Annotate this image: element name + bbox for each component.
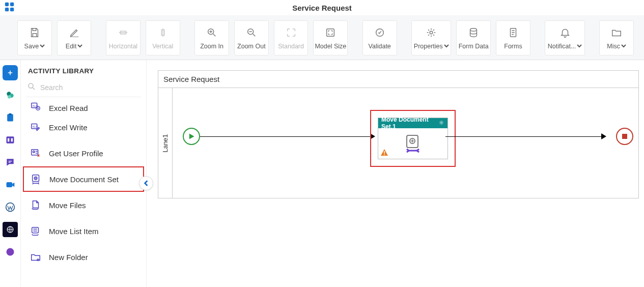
rail-more-icon[interactable] <box>3 244 18 260</box>
title-bar: Service Request <box>0 0 644 15</box>
collapse-library-button[interactable] <box>139 176 153 190</box>
rail-add-button[interactable] <box>3 65 18 80</box>
svg-rect-2 <box>5 7 9 11</box>
align-vertical-icon <box>157 26 169 39</box>
main-area: ACTIVITY LIBRARY XLS Excel Read XLS Exce… <box>0 60 644 287</box>
edit-button[interactable]: Edit <box>57 20 92 55</box>
svg-rect-20 <box>8 138 9 142</box>
rail-clipboard-icon[interactable] <box>3 110 18 125</box>
flow-area[interactable]: Move Document Set.1 <box>173 88 638 198</box>
library-item-label: Move List Item <box>49 227 99 236</box>
properties-button[interactable]: Properties <box>411 20 451 55</box>
app-menu-icon[interactable] <box>4 2 15 14</box>
svg-point-11 <box>470 28 477 31</box>
start-node[interactable] <box>183 128 200 145</box>
save-label: Save <box>24 43 39 50</box>
align-horizontal-icon <box>118 26 129 39</box>
warning-icon <box>380 149 388 157</box>
forms-button[interactable]: Forms <box>496 20 530 55</box>
swimlane: Lane1 Move Document Set.1 <box>158 88 638 198</box>
zoom-fit-button[interactable]: Model Size <box>313 20 348 55</box>
activity-node-selected-frame: Move Document Set.1 <box>370 110 456 167</box>
edit-icon <box>69 26 80 39</box>
activity-node-body <box>378 128 447 159</box>
svg-point-16 <box>8 95 11 99</box>
chevron-down-icon <box>40 43 45 50</box>
align-vertical-label: Vertical <box>152 43 173 50</box>
align-horizontal-label: Horizontal <box>109 43 137 50</box>
rail-video-icon[interactable] <box>3 177 18 192</box>
page-title: Service Request <box>0 4 644 12</box>
library-item-label: Excel Write <box>49 123 88 132</box>
forms-icon <box>508 26 519 39</box>
move-list-item-icon <box>30 225 42 237</box>
new-folder-icon <box>30 251 42 263</box>
gear-icon[interactable] <box>438 120 444 127</box>
move-files-icon <box>30 199 42 211</box>
end-node[interactable] <box>616 128 633 145</box>
library-item-move-files[interactable]: Move Files <box>23 192 144 218</box>
zoom-out-icon <box>246 26 257 39</box>
user-profile-icon <box>30 147 42 159</box>
rail-chat-icon[interactable] <box>3 155 18 170</box>
canvas-wrap: Service Request Lane1 Move Document Set.… <box>147 60 644 287</box>
forms-label: Forms <box>504 43 522 50</box>
excel-read-icon: XLS <box>30 100 42 112</box>
svg-point-34 <box>33 151 35 153</box>
svg-point-38 <box>441 122 442 123</box>
form-data-button[interactable]: Form Data <box>456 20 491 55</box>
rail-sharepoint-icon[interactable] <box>3 88 18 103</box>
bell-icon <box>559 26 571 39</box>
activity-library-panel: ACTIVITY LIBRARY XLS Excel Read XLS Exce… <box>20 60 147 287</box>
svg-rect-3 <box>10 7 14 11</box>
library-item-label: Move Files <box>49 201 86 210</box>
zoom-standard-button: Standard <box>274 20 309 55</box>
svg-rect-17 <box>7 114 13 121</box>
svg-rect-21 <box>11 138 13 142</box>
search-input[interactable] <box>40 83 140 92</box>
zoom-out-button[interactable]: Zoom Out <box>234 20 269 55</box>
chevron-down-icon <box>577 43 582 50</box>
misc-button[interactable]: Misc <box>599 20 634 55</box>
chevron-down-icon <box>444 43 449 50</box>
save-button[interactable]: Save <box>17 20 52 55</box>
edit-label: Edit <box>66 43 77 50</box>
connector[interactable] <box>445 136 602 137</box>
library-item-label: New Folder <box>49 253 88 262</box>
library-item-excel-read[interactable]: XLS Excel Read <box>23 100 144 114</box>
library-search[interactable] <box>26 80 141 97</box>
activity-node[interactable]: Move Document Set.1 <box>378 118 448 159</box>
svg-rect-37 <box>32 227 39 233</box>
library-item-get-user-profile[interactable]: Get User Profile <box>23 140 144 166</box>
zoom-standard-icon <box>286 26 297 39</box>
rail-wordpress-icon[interactable] <box>3 199 18 215</box>
validate-button[interactable]: Validate <box>362 20 397 55</box>
svg-rect-8 <box>327 28 334 36</box>
svg-rect-18 <box>9 113 12 115</box>
library-item-new-folder[interactable]: New Folder <box>23 244 144 270</box>
folder-icon <box>611 26 622 39</box>
rail-globe-icon[interactable] <box>3 222 18 237</box>
form-data-label: Form Data <box>459 43 489 50</box>
lane-label-container[interactable]: Lane1 <box>158 88 173 198</box>
zoom-in-button[interactable]: Zoom In <box>194 20 229 55</box>
excel-write-icon: XLS <box>30 121 42 133</box>
rail-forms-icon[interactable] <box>3 132 18 148</box>
form-data-icon <box>468 26 479 39</box>
svg-rect-22 <box>7 182 13 187</box>
connector[interactable] <box>200 136 371 137</box>
process-canvas[interactable]: Service Request Lane1 Move Document Set.… <box>158 70 639 198</box>
arrowhead-icon <box>601 133 606 139</box>
library-item-move-list-item[interactable]: Move List Item <box>23 218 144 244</box>
svg-point-30 <box>37 107 39 109</box>
svg-rect-42 <box>384 154 385 155</box>
zoom-fit-label: Model Size <box>315 43 346 50</box>
library-list: XLS Excel Read XLS Excel Write Get User … <box>21 99 146 287</box>
library-item-excel-write[interactable]: XLS Excel Write <box>23 114 144 140</box>
save-icon <box>29 26 40 39</box>
chevron-down-icon <box>621 43 626 50</box>
lane-label: Lane1 <box>161 134 169 152</box>
library-item-move-document-set[interactable]: Move Document Set <box>23 166 144 192</box>
notifications-button[interactable]: Notificat... <box>545 20 584 55</box>
library-item-label: Excel Read <box>49 104 88 112</box>
